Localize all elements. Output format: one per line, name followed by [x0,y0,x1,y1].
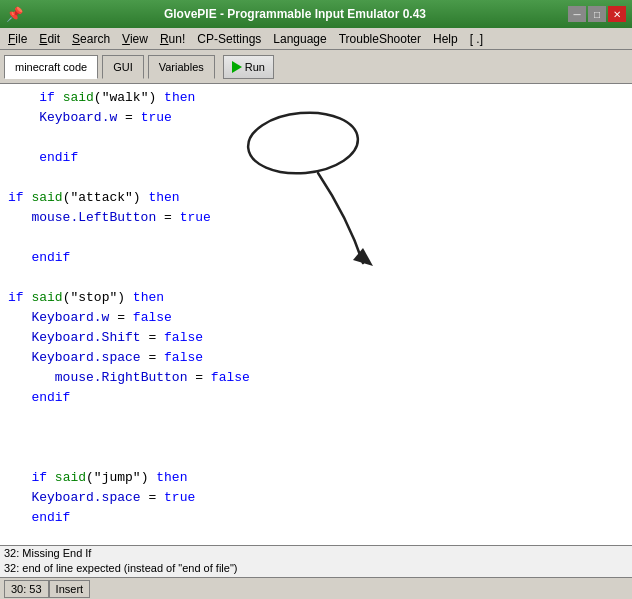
code-line [8,268,624,288]
title-bar: 📌 GlovePIE - Programmable Input Emulator… [0,0,632,28]
tab-minecraft-code[interactable]: minecraft code [4,55,98,79]
menu-extra[interactable]: [ .] [464,30,489,48]
app-icon: 📌 [6,6,22,22]
code-line: Keyboard.Shift = false [8,328,624,348]
editor-container: if said("walk") then Keyboard.w = true e… [0,84,632,545]
status-bar-line1: 32: Missing End If [0,545,632,561]
menu-troubleshooter[interactable]: TroubleShooter [333,30,427,48]
code-line [8,428,624,448]
code-line: Keyboard.space = true [8,488,624,508]
code-line [8,448,624,468]
menu-file[interactable]: File [2,30,33,48]
code-line: Keyboard.w = false [8,308,624,328]
tab-gui[interactable]: GUI [102,55,144,79]
close-button[interactable]: ✕ [608,6,626,22]
menu-search[interactable]: Search [66,30,116,48]
menu-run[interactable]: Run! [154,30,191,48]
menu-language[interactable]: Language [267,30,332,48]
bottom-status-bar: 30: 53 Insert [0,577,632,599]
menu-help[interactable]: Help [427,30,464,48]
status-bar-line2: 32: end of line expected (instead of "en… [0,561,632,577]
code-line: mouse.LeftButton = true [8,208,624,228]
menu-cpsettings[interactable]: CP-Settings [191,30,267,48]
menu-bar: File Edit Search View Run! CP-Settings L… [0,28,632,50]
window-title: GlovePIE - Programmable Input Emulator 0… [22,7,568,21]
menu-view[interactable]: View [116,30,154,48]
tab-variables[interactable]: Variables [148,55,215,79]
menu-edit[interactable]: Edit [33,30,66,48]
code-line [8,528,624,545]
editor-mode: Insert [49,580,91,598]
code-line [8,228,624,248]
code-line: if said("jump") then [8,468,624,488]
maximize-button[interactable]: □ [588,6,606,22]
run-icon [232,61,242,73]
code-line: Keyboard.space = false [8,348,624,368]
code-line [8,168,624,188]
code-line: endif [8,248,624,268]
toolbar: minecraft code GUI Variables Run [0,50,632,84]
minimize-button[interactable]: ─ [568,6,586,22]
code-line: Keyboard.w = true [8,108,624,128]
code-line: mouse.RightButton = false [8,368,624,388]
code-line: endif [8,388,624,408]
code-line [8,128,624,148]
code-line: if said("walk") then [8,88,624,108]
cursor-position: 30: 53 [4,580,49,598]
window-controls: ─ □ ✕ [568,6,626,22]
run-button[interactable]: Run [223,55,274,79]
code-line: if said("attack") then [8,188,624,208]
code-line: endif [8,148,624,168]
code-line: if said("stop") then [8,288,624,308]
code-editor[interactable]: if said("walk") then Keyboard.w = true e… [0,84,632,545]
code-line [8,408,624,428]
code-line: endif [8,508,624,528]
run-label: Run [245,61,265,73]
